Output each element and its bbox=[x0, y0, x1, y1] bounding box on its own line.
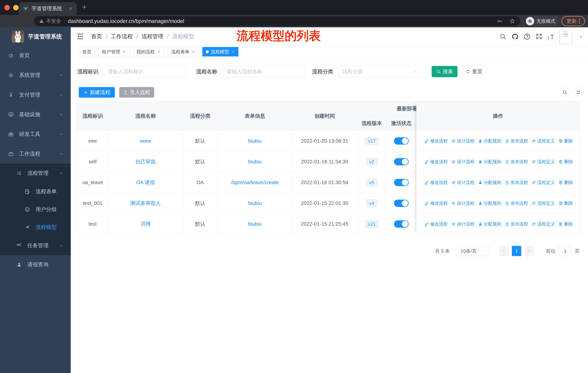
goto-page-input[interactable] bbox=[559, 246, 572, 256]
assign-rule-link[interactable]: 分配规则 bbox=[478, 159, 501, 165]
publish-process-link[interactable]: 发布流程 bbox=[505, 138, 528, 144]
tag-close-icon[interactable] bbox=[122, 50, 126, 53]
publish-process-link[interactable]: 发布流程 bbox=[505, 200, 528, 206]
assign-rule-link[interactable]: 分配规则 bbox=[478, 221, 501, 227]
sidebar-item-process-form[interactable]: 流程表单 bbox=[0, 183, 71, 201]
page-1-button[interactable]: 1 bbox=[512, 246, 521, 256]
publish-process-link[interactable]: 发布流程 bbox=[505, 221, 528, 227]
sidebar-item-home[interactable]: 首页 bbox=[0, 46, 71, 65]
help-icon[interactable] bbox=[524, 33, 531, 40]
sidebar-item-devtools[interactable]: 研发工具 bbox=[0, 124, 71, 144]
process-key-input[interactable] bbox=[104, 66, 186, 77]
refresh-table-button[interactable] bbox=[574, 87, 583, 97]
search-button[interactable]: 搜索 bbox=[432, 66, 458, 77]
active-status-toggle[interactable] bbox=[394, 200, 409, 207]
breadcrumb-workflow[interactable]: 工作流程 bbox=[111, 33, 133, 40]
header-search-icon[interactable] bbox=[499, 33, 506, 40]
delete-link[interactable]: 删除 bbox=[558, 180, 573, 185]
sidebar-item-leave-query[interactable]: 请假查询 bbox=[0, 255, 71, 274]
import-process-button[interactable]: 导入流程 bbox=[119, 87, 154, 98]
breadcrumb-home[interactable]: 首页 bbox=[91, 33, 102, 40]
category-select[interactable]: 流程分类 bbox=[338, 66, 421, 77]
url-text[interactable]: dashboard.yudao.iocoder.cn/bpm/manager/m… bbox=[68, 18, 184, 24]
toggle-search-button[interactable] bbox=[560, 87, 570, 97]
sidebar-item-process-manage[interactable]: 流程管理 bbox=[0, 164, 71, 183]
process-name-link[interactable]: OA 请假 bbox=[136, 180, 155, 185]
tag-item-3[interactable]: 流程表单 bbox=[168, 47, 199, 56]
browser-tab[interactable]: 芋道管理系统 bbox=[19, 2, 77, 15]
edit-process-link[interactable]: 修改流程 bbox=[424, 159, 448, 165]
page-size-select[interactable]: 10条/页 bbox=[456, 246, 489, 256]
form-info-link[interactable]: /bpm/oa/leave/create bbox=[231, 180, 279, 185]
form-info-link[interactable]: biubiu bbox=[248, 221, 262, 227]
bookmark-star-icon[interactable] bbox=[509, 18, 515, 24]
process-definition-link[interactable]: 流程定义 bbox=[532, 180, 555, 185]
fullscreen-icon[interactable] bbox=[536, 33, 542, 40]
assign-rule-link[interactable]: 分配规则 bbox=[478, 138, 501, 144]
update-button[interactable]: 更新 bbox=[562, 16, 585, 26]
delete-link[interactable]: 删除 bbox=[558, 138, 573, 144]
design-process-link[interactable]: 设计流程 bbox=[451, 138, 474, 144]
sidebar-item-task-manage[interactable]: 任务管理 bbox=[0, 236, 71, 255]
sidebar-item-user-group[interactable]: 用户分组 bbox=[0, 201, 71, 218]
create-process-button[interactable]: 新建流程 bbox=[79, 87, 115, 98]
close-window-button[interactable] bbox=[4, 5, 10, 10]
sidebar-item-workflow[interactable]: 工作流程 bbox=[0, 144, 71, 164]
process-definition-link[interactable]: 流程定义 bbox=[532, 221, 555, 227]
design-process-link[interactable]: 设计流程 bbox=[451, 180, 474, 185]
process-name-link[interactable]: 滔博 bbox=[141, 221, 151, 227]
tag-item-2[interactable]: 我的流程 bbox=[133, 47, 164, 56]
delete-link[interactable]: 删除 bbox=[558, 221, 573, 227]
minimize-window-button[interactable] bbox=[13, 5, 19, 10]
active-status-toggle[interactable] bbox=[394, 137, 409, 145]
tag-close-icon[interactable] bbox=[231, 50, 235, 53]
reset-button[interactable]: 重置 bbox=[462, 66, 486, 77]
active-status-toggle[interactable] bbox=[394, 220, 409, 228]
tag-close-icon[interactable] bbox=[192, 50, 195, 53]
process-name-link[interactable]: 测试多审批人 bbox=[130, 200, 161, 206]
active-status-toggle[interactable] bbox=[394, 179, 409, 186]
breadcrumb-process-manage[interactable]: 流程管理 bbox=[142, 33, 164, 40]
process-definition-link[interactable]: 流程定义 bbox=[532, 200, 555, 206]
sidebar-item-payment[interactable]: 支付管理 bbox=[0, 85, 71, 105]
publish-process-link[interactable]: 发布流程 bbox=[505, 180, 528, 185]
edit-process-link[interactable]: 修改流程 bbox=[424, 138, 448, 144]
process-name-link[interactable]: eeee bbox=[140, 138, 151, 144]
user-avatar[interactable] bbox=[559, 29, 572, 44]
process-definition-link[interactable]: 流程定义 bbox=[532, 159, 555, 165]
tag-item-1[interactable]: 租户管理 bbox=[98, 47, 129, 56]
password-key-icon[interactable] bbox=[497, 18, 503, 24]
process-name-input[interactable] bbox=[222, 66, 305, 77]
tag-close-icon[interactable] bbox=[157, 50, 161, 53]
github-icon[interactable] bbox=[511, 33, 519, 40]
font-size-icon[interactable]: tT bbox=[547, 33, 555, 40]
edit-process-link[interactable]: 修改流程 bbox=[424, 200, 448, 206]
delete-link[interactable]: 删除 bbox=[558, 159, 573, 165]
form-info-link[interactable]: biubiu bbox=[248, 200, 262, 206]
process-name-link[interactable]: 自己审批 bbox=[136, 159, 156, 164]
browser-menu-icon[interactable] bbox=[579, 19, 580, 24]
design-process-link[interactable]: 设计流程 bbox=[451, 200, 474, 206]
edit-process-link[interactable]: 修改流程 bbox=[424, 221, 448, 227]
address-bar[interactable]: 不安全 dashboard.yudao.iocoder.cn/bpm/manag… bbox=[34, 16, 520, 26]
delete-link[interactable]: 删除 bbox=[558, 200, 573, 206]
design-process-link[interactable]: 设计流程 bbox=[451, 159, 474, 165]
edit-process-link[interactable]: 修改流程 bbox=[424, 180, 448, 185]
process-definition-link[interactable]: 流程定义 bbox=[532, 138, 555, 144]
new-tab-button[interactable] bbox=[81, 4, 87, 10]
avatar-caret-icon[interactable] bbox=[579, 35, 583, 39]
active-status-toggle[interactable] bbox=[394, 158, 409, 165]
prev-page-button[interactable] bbox=[499, 246, 509, 256]
tab-close-icon[interactable] bbox=[68, 6, 73, 11]
sidebar-item-system[interactable]: 系统管理 bbox=[0, 65, 71, 85]
design-process-link[interactable]: 设计流程 bbox=[451, 221, 474, 227]
next-page-button[interactable] bbox=[525, 246, 534, 256]
assign-rule-link[interactable]: 分配规则 bbox=[478, 180, 501, 185]
assign-rule-link[interactable]: 分配规则 bbox=[478, 200, 501, 206]
form-info-link[interactable]: biubiu bbox=[248, 138, 262, 144]
publish-process-link[interactable]: 发布流程 bbox=[505, 159, 528, 165]
sidebar-item-process-model[interactable]: 流程模型 bbox=[0, 218, 71, 236]
tag-item-4[interactable]: 流程模型 bbox=[202, 47, 238, 56]
sidebar-collapse-icon[interactable] bbox=[76, 32, 84, 40]
sidebar-item-infra[interactable]: 基础设施 bbox=[0, 105, 71, 124]
